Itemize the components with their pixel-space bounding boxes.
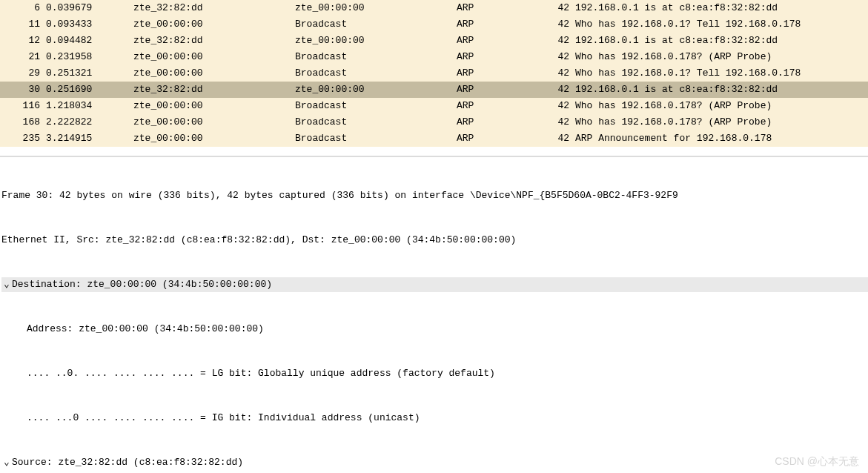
packet-cell-no: 12 xyxy=(0,33,43,49)
packet-cell-info: Who has 192.168.0.1? Tell 192.168.0.178 xyxy=(572,65,868,82)
packet-cell-destination: Broadcast xyxy=(292,49,454,65)
frame-summary[interactable]: Frame 30: 42 bytes on wire (336 bits), 4… xyxy=(1,188,868,203)
eth-destination-ig-bit[interactable]: .... ...0 .... .... .... .... = IG bit: … xyxy=(1,411,868,426)
eth-destination-address[interactable]: Address: zte_00:00:00 (34:4b:50:00:00:00… xyxy=(1,322,868,337)
packet-cell-time: 0.039679 xyxy=(43,0,130,16)
packet-cell-protocol: ARP xyxy=(454,0,534,16)
packet-cell-destination: Broadcast xyxy=(292,114,454,130)
packet-list[interactable]: 60.039679zte_32:82:ddzte_00:00:00ARP4219… xyxy=(0,0,868,147)
caret-down-icon[interactable]: ⌄ xyxy=(1,277,12,292)
packet-cell-length: 42 xyxy=(534,98,572,114)
packet-row[interactable]: 1682.222822zte_00:00:00BroadcastARP42Who… xyxy=(0,114,868,130)
packet-cell-time: 0.251321 xyxy=(43,65,130,82)
packet-cell-length: 42 xyxy=(534,0,572,16)
packet-cell-time: 1.218034 xyxy=(43,98,130,114)
packet-cell-protocol: ARP xyxy=(454,49,534,65)
packet-row[interactable]: 290.251321zte_00:00:00BroadcastARP42Who … xyxy=(0,65,868,82)
packet-cell-time: 0.251690 xyxy=(43,82,130,98)
eth-source-header[interactable]: ⌄Source: zte_32:82:dd (c8:ea:f8:32:82:dd… xyxy=(1,455,868,470)
pane-separator-1[interactable] xyxy=(0,156,868,157)
packet-cell-length: 42 xyxy=(534,130,572,147)
packet-cell-source: zte_00:00:00 xyxy=(130,49,292,65)
packet-cell-destination: zte_00:00:00 xyxy=(292,33,454,49)
packet-cell-time: 0.093433 xyxy=(43,16,130,33)
packet-cell-length: 42 xyxy=(534,114,572,130)
packet-cell-no: 6 xyxy=(0,0,43,16)
packet-cell-info: Who has 192.168.0.178? (ARP Probe) xyxy=(572,114,868,130)
packet-cell-source: zte_00:00:00 xyxy=(130,16,292,33)
packet-cell-no: 168 xyxy=(0,114,43,130)
packet-cell-protocol: ARP xyxy=(454,98,534,114)
packet-row[interactable]: 2353.214915zte_00:00:00BroadcastARP42ARP… xyxy=(0,130,868,147)
eth-destination-header[interactable]: ⌄Destination: zte_00:00:00 (34:4b:50:00:… xyxy=(1,277,868,292)
packet-cell-length: 42 xyxy=(534,49,572,65)
packet-cell-length: 42 xyxy=(534,16,572,33)
packet-row[interactable]: 110.093433zte_00:00:00BroadcastARP42Who … xyxy=(0,16,868,33)
packet-row[interactable]: 1161.218034zte_00:00:00BroadcastARP42Who… xyxy=(0,98,868,114)
packet-cell-info: 192.168.0.1 is at c8:ea:f8:32:82:dd xyxy=(572,82,868,98)
packet-cell-source: zte_32:82:dd xyxy=(130,33,292,49)
packet-cell-time: 0.231958 xyxy=(43,49,130,65)
packet-cell-source: zte_00:00:00 xyxy=(130,130,292,147)
packet-cell-info: 192.168.0.1 is at c8:ea:f8:32:82:dd xyxy=(572,0,868,16)
packet-cell-length: 42 xyxy=(534,33,572,49)
packet-cell-no: 11 xyxy=(0,16,43,33)
packet-cell-time: 0.094482 xyxy=(43,33,130,49)
packet-cell-info: 192.168.0.1 is at c8:ea:f8:32:82:dd xyxy=(572,33,868,49)
eth-destination-lg-bit[interactable]: .... ..0. .... .... .... .... = LG bit: … xyxy=(1,366,868,381)
packet-cell-no: 29 xyxy=(0,65,43,82)
packet-cell-no: 116 xyxy=(0,98,43,114)
packet-row[interactable]: 210.231958zte_00:00:00BroadcastARP42Who … xyxy=(0,49,868,65)
packet-cell-protocol: ARP xyxy=(454,65,534,82)
packet-cell-protocol: ARP xyxy=(454,130,534,147)
ethernet-summary[interactable]: Ethernet II, Src: zte_32:82:dd (c8:ea:f8… xyxy=(1,233,868,248)
packet-cell-no: 30 xyxy=(0,82,43,98)
packet-cell-info: Who has 192.168.0.178? (ARP Probe) xyxy=(572,49,868,65)
packet-cell-destination: zte_00:00:00 xyxy=(292,82,454,98)
packet-cell-destination: zte_00:00:00 xyxy=(292,0,454,16)
packet-cell-source: zte_32:82:dd xyxy=(130,0,292,16)
packet-cell-time: 2.222822 xyxy=(43,114,130,130)
packet-cell-info: Who has 192.168.0.178? (ARP Probe) xyxy=(572,98,868,114)
packet-cell-source: zte_00:00:00 xyxy=(130,65,292,82)
packet-cell-info: ARP Announcement for 192.168.0.178 xyxy=(572,130,868,147)
packet-cell-length: 42 xyxy=(534,82,572,98)
packet-cell-destination: Broadcast xyxy=(292,65,454,82)
packet-cell-destination: Broadcast xyxy=(292,130,454,147)
caret-down-icon[interactable]: ⌄ xyxy=(1,455,12,470)
packet-cell-time: 3.214915 xyxy=(43,130,130,147)
packet-row[interactable]: 300.251690zte_32:82:ddzte_00:00:00ARP421… xyxy=(0,82,868,98)
packet-row[interactable]: 60.039679zte_32:82:ddzte_00:00:00ARP4219… xyxy=(0,0,868,16)
packet-cell-destination: Broadcast xyxy=(292,16,454,33)
packet-cell-source: zte_00:00:00 xyxy=(130,114,292,130)
packet-details-pane[interactable]: Frame 30: 42 bytes on wire (336 bits), 4… xyxy=(0,159,868,473)
packet-cell-length: 42 xyxy=(534,65,572,82)
packet-cell-protocol: ARP xyxy=(454,82,534,98)
packet-cell-source: zte_32:82:dd xyxy=(130,82,292,98)
packet-row[interactable]: 120.094482zte_32:82:ddzte_00:00:00ARP421… xyxy=(0,33,868,49)
packet-cell-destination: Broadcast xyxy=(292,98,454,114)
packet-cell-info: Who has 192.168.0.1? Tell 192.168.0.178 xyxy=(572,16,868,33)
packet-cell-source: zte_00:00:00 xyxy=(130,98,292,114)
packet-cell-no: 235 xyxy=(0,130,43,147)
packet-cell-protocol: ARP xyxy=(454,33,534,49)
packet-cell-protocol: ARP xyxy=(454,16,534,33)
packet-cell-no: 21 xyxy=(0,49,43,65)
packet-cell-protocol: ARP xyxy=(454,114,534,130)
